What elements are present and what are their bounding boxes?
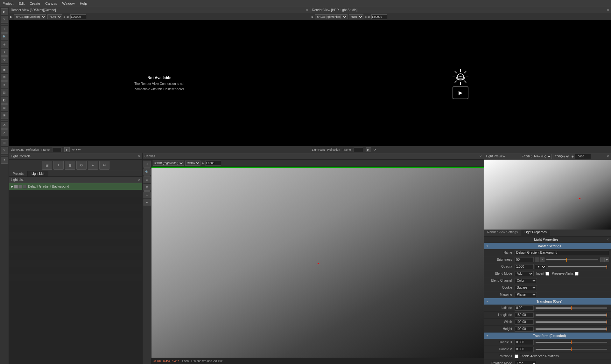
height-input[interactable]: [515, 326, 534, 332]
toolbar-btn-14[interactable]: ⊠: [1, 112, 8, 119]
color-space-select-left[interactable]: sRGB (rgbMonitor): [14, 14, 46, 19]
toolbar-btn-3[interactable]: ↗: [1, 26, 8, 33]
canvas-tool-2[interactable]: 🔍: [144, 168, 151, 175]
color-space-select-right[interactable]: sRGB (rgbMonitor): [315, 14, 348, 19]
channel-select-left[interactable]: HDR: [47, 14, 62, 19]
preserve-alpha-checkbox[interactable]: [575, 272, 579, 276]
toolbar-btn-18[interactable]: ✎: [1, 147, 8, 154]
lc-btn-1[interactable]: ⊞: [42, 161, 52, 170]
name-input[interactable]: [515, 250, 609, 255]
blend-mode-select[interactable]: Add: [515, 271, 534, 276]
menu-item-create[interactable]: Create: [30, 2, 40, 5]
lc-btn-5[interactable]: ✦: [88, 161, 98, 170]
opacity-input[interactable]: [515, 264, 534, 269]
toolbar-btn-7[interactable]: ⚙: [1, 56, 8, 63]
lc-btn-3[interactable]: ⊕: [65, 161, 75, 170]
toolbar-btn-12[interactable]: ◧: [1, 97, 8, 104]
footer-frame-input-r[interactable]: [354, 148, 363, 152]
value-input-left[interactable]: [70, 14, 86, 19]
handle-v-slider[interactable]: [536, 349, 607, 350]
rp-tab-light-props[interactable]: Light Properties: [521, 230, 550, 236]
canvas-tool-4[interactable]: ⊟: [144, 184, 151, 191]
canvas-tool-3[interactable]: ⊕: [144, 176, 151, 183]
rp-close[interactable]: ✕: [607, 155, 609, 158]
toolbar-btn-2[interactable]: ✎: [1, 16, 8, 23]
menu-item-project[interactable]: Project: [3, 2, 13, 5]
toolbar-btn-9[interactable]: ⊟: [1, 74, 8, 81]
footer-frame-input[interactable]: [52, 148, 62, 152]
light-props-close[interactable]: ✕: [607, 238, 609, 241]
brightness-minus[interactable]: -: [535, 258, 539, 262]
longitude-input[interactable]: [515, 312, 534, 318]
brightness-reset[interactable]: ↺: [600, 258, 605, 262]
render-view-right-close[interactable]: ✕: [607, 8, 609, 12]
latitude-input[interactable]: [515, 306, 534, 311]
canvas-tool-5[interactable]: ⊞: [144, 191, 151, 198]
cookie-select[interactable]: Square: [515, 285, 537, 290]
handle-u-input[interactable]: [515, 340, 534, 345]
channel-select-right[interactable]: HDR: [349, 14, 363, 19]
toolbar-btn-11[interactable]: ▤: [1, 89, 8, 96]
opacity-select[interactable]: ▼: [535, 264, 546, 269]
footer-play-btn-r[interactable]: ▶: [366, 147, 371, 152]
render-view-left-close[interactable]: ✕: [306, 8, 308, 12]
canvas-tool-6[interactable]: ✦: [144, 199, 151, 206]
toolbar-btn-16[interactable]: ✕: [1, 129, 8, 136]
handle-u-slider[interactable]: [536, 342, 607, 343]
footer-play-btn[interactable]: ▶: [64, 147, 70, 152]
lc-tab-lightlist[interactable]: Light List: [28, 171, 48, 176]
rp-value[interactable]: [575, 154, 591, 159]
menu-item-window[interactable]: Window: [62, 2, 75, 5]
mapping-select[interactable]: Planar: [515, 292, 537, 297]
lc-btn-4[interactable]: ↺: [76, 161, 87, 170]
rp-tab-render-view[interactable]: Render View Settings: [484, 230, 521, 236]
brightness-keyframe[interactable]: ◆: [605, 258, 609, 262]
lc-close[interactable]: ✕: [138, 155, 140, 158]
canvas-value[interactable]: [205, 161, 221, 166]
rotation-mode-select[interactable]: Free: [515, 361, 537, 364]
rp-channel[interactable]: RGB(A): [553, 154, 570, 159]
height-slider[interactable]: [536, 328, 607, 330]
enable-adv-rotations-checkbox[interactable]: [515, 354, 518, 358]
latitude-slider[interactable]: [536, 307, 607, 309]
brightness-slider[interactable]: [546, 259, 598, 260]
master-settings-header[interactable]: ▼ Master Settings: [484, 243, 611, 249]
toolbar-btn-8[interactable]: ▣: [1, 66, 8, 73]
toolbar-btn-19[interactable]: ?: [1, 157, 8, 164]
canvas-color-space[interactable]: sRGB (rbgMonitor): [153, 161, 184, 166]
opacity-slider[interactable]: [548, 266, 607, 267]
canvas-tool-1[interactable]: ↗: [144, 161, 151, 168]
canvas-channel[interactable]: RGBA: [185, 161, 200, 166]
lc-btn-2[interactable]: +: [53, 161, 64, 170]
toolbar-btn-1[interactable]: ▶: [1, 8, 8, 15]
value-input-right[interactable]: [371, 14, 387, 19]
toolbar-btn-15[interactable]: ⚙: [1, 122, 8, 129]
canvas-content[interactable]: [151, 168, 484, 358]
width-input[interactable]: [515, 319, 534, 325]
toolbar-btn-10[interactable]: ≡: [1, 81, 8, 88]
rp-color-space[interactable]: sRGB (rgbMonitor): [521, 154, 552, 159]
play-button[interactable]: ▶: [453, 86, 468, 99]
toolbar-btn-4[interactable]: 🔍: [1, 33, 8, 40]
longitude-slider[interactable]: [536, 314, 607, 316]
lc-tab-presets[interactable]: Presets: [9, 171, 28, 176]
lc-btn-6[interactable]: ✂: [99, 161, 109, 170]
brightness-plus[interactable]: +: [540, 258, 544, 262]
toolbar-btn-13[interactable]: ⊞: [1, 104, 8, 111]
invert-checkbox[interactable]: [545, 272, 549, 276]
handle-v-input[interactable]: [515, 347, 534, 352]
transform-ext-header[interactable]: ▼ Transform (Extended): [484, 333, 611, 339]
width-slider[interactable]: [536, 321, 607, 323]
canvas-close[interactable]: ✕: [479, 155, 482, 158]
transform-core-header[interactable]: ▼ Transform (Core): [484, 298, 611, 305]
toolbar-btn-5[interactable]: ⊕: [1, 41, 8, 48]
menu-item-canvas[interactable]: Canvas: [45, 2, 57, 5]
brightness-input[interactable]: [515, 257, 534, 262]
light-list-close[interactable]: ✕: [138, 178, 140, 182]
light-item-0[interactable]: Default Gradient Background: [9, 183, 142, 190]
menu-item-help[interactable]: Help: [80, 2, 87, 5]
toolbar-btn-17[interactable]: ◫: [1, 139, 8, 146]
menu-item-edit[interactable]: Edit: [18, 2, 25, 5]
toolbar-btn-6[interactable]: ✦: [1, 49, 8, 56]
blend-channel-select[interactable]: Color: [515, 278, 537, 283]
